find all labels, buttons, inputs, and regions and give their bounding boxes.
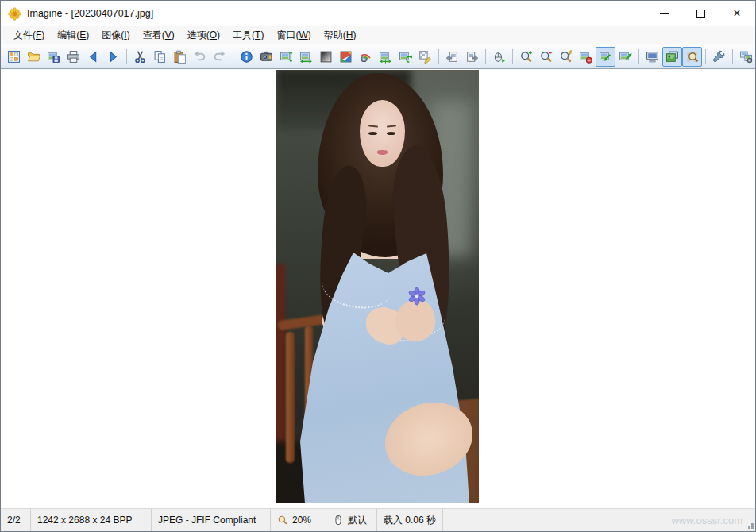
- zoom-out-button[interactable]: [536, 47, 556, 67]
- color-adjust-button[interactable]: [356, 47, 376, 67]
- status-zoom-level-text: 20%: [292, 515, 311, 526]
- app-window: Imagine - [20230407017.jpg] × 文件(F)编辑(E)…: [0, 0, 756, 532]
- jpeg-rotate-right-button[interactable]: [462, 47, 482, 67]
- cut-button[interactable]: [130, 47, 150, 67]
- canvas-size-button[interactable]: [296, 47, 316, 67]
- save-file-button[interactable]: [44, 47, 64, 67]
- print-icon: [67, 50, 80, 64]
- full-screen-button[interactable]: [642, 47, 662, 67]
- resize-image-button[interactable]: [276, 47, 296, 67]
- page-rotate-right-icon: [465, 50, 479, 64]
- close-icon: ×: [733, 7, 740, 20]
- cut-icon: [133, 50, 147, 64]
- menu-bar: 文件(F)编辑(E)图像(I)查看(V)选项(O)工具(T)窗口(W)帮助(H): [1, 26, 755, 44]
- mouse-pan-icon: [492, 50, 506, 64]
- undo-icon: [193, 50, 206, 64]
- shrink-to-fit-button[interactable]: [576, 47, 596, 67]
- grayscale-button[interactable]: [316, 47, 336, 67]
- high-quality-zoom-button[interactable]: [682, 47, 702, 67]
- menu-item-image[interactable]: 图像(I): [95, 26, 136, 44]
- blue-flower-icon: [407, 286, 426, 306]
- rotate-icon: [399, 50, 412, 64]
- menu-item-tools[interactable]: 工具(T): [226, 26, 270, 44]
- redo-icon: [213, 50, 226, 64]
- resize-grip[interactable]: [751, 526, 754, 529]
- zoom-flash-icon: [559, 50, 573, 64]
- zoom-out-icon: [539, 50, 553, 64]
- photo-blue-flower: [407, 286, 426, 306]
- resize-horizontal-icon: [299, 50, 313, 64]
- browse-button[interactable]: [4, 47, 24, 67]
- shrink-fit-icon: [579, 50, 592, 64]
- toolbar-separator: [512, 49, 513, 64]
- toolbar-separator: [705, 49, 706, 64]
- info-icon: [240, 50, 253, 64]
- app-flower-icon: [8, 7, 21, 21]
- toolbar-separator: [438, 49, 439, 64]
- menu-item-options[interactable]: 选项(O): [181, 26, 226, 44]
- status-zoom-level: 20%: [271, 509, 326, 531]
- next-arrow-icon: [106, 50, 120, 64]
- maximize-button[interactable]: [682, 1, 719, 26]
- menu-item-help[interactable]: 帮助(H): [318, 26, 363, 44]
- next-image-button[interactable]: [103, 47, 123, 67]
- print-button[interactable]: [64, 47, 83, 67]
- minimize-icon: [660, 13, 669, 14]
- toolbar-separator: [485, 49, 486, 64]
- copy-button[interactable]: [150, 47, 170, 67]
- open-file-button[interactable]: [24, 47, 44, 67]
- menu-item-view[interactable]: 查看(V): [137, 26, 181, 44]
- rotate-image-button[interactable]: [395, 47, 415, 67]
- fit-to-window-button[interactable]: [596, 47, 615, 67]
- zoom-in-button[interactable]: [516, 47, 536, 67]
- flip-image-button[interactable]: [376, 47, 395, 67]
- window-controls: ×: [646, 1, 755, 26]
- pan-mode-button[interactable]: [489, 47, 509, 67]
- rainbow-gear-icon: [359, 50, 372, 64]
- photo-woman-eye: [368, 132, 377, 135]
- toolbar-separator: [126, 49, 127, 64]
- pixel-pencil-icon: [418, 50, 432, 64]
- magnifier-icon: [277, 515, 288, 526]
- status-file-format-text: JPEG - JFIF Compliant: [158, 515, 256, 526]
- wrench-icon: [712, 50, 726, 64]
- undo-button: [190, 47, 210, 67]
- status-page-index-text: 2/2: [7, 515, 21, 526]
- color-depth-button[interactable]: [336, 47, 356, 67]
- previous-image-button[interactable]: [83, 47, 103, 67]
- paste-button[interactable]: [170, 47, 190, 67]
- redo-button: [210, 47, 230, 67]
- grayscale-icon: [319, 50, 333, 64]
- fit-window-icon: [599, 50, 612, 64]
- smooth-view-button[interactable]: [662, 47, 682, 67]
- tools-button[interactable]: [709, 47, 729, 67]
- batch-images-icon: [739, 50, 753, 64]
- status-file-format: JPEG - JFIF Compliant: [152, 509, 271, 531]
- menu-item-edit[interactable]: 编辑(E): [51, 26, 95, 44]
- status-page-index: 2/2: [1, 509, 31, 531]
- open-folder-icon: [27, 50, 40, 64]
- zoom-in-icon: [519, 50, 533, 64]
- pixel-edit-button[interactable]: [415, 47, 435, 67]
- image-info-button[interactable]: [237, 47, 256, 67]
- exif-info-button[interactable]: [256, 47, 276, 67]
- status-mouse-mode: 默认: [326, 509, 377, 531]
- page-rotate-left-icon: [446, 50, 459, 64]
- copy-icon: [153, 50, 167, 64]
- photo-background-strip: [276, 264, 285, 455]
- batch-convert-button[interactable]: [736, 47, 756, 67]
- smooth-images-icon: [665, 50, 679, 64]
- zoom-custom-button[interactable]: [556, 47, 576, 67]
- minimize-button[interactable]: [646, 1, 682, 26]
- color-palette-icon: [339, 50, 353, 64]
- actual-size-button[interactable]: [615, 47, 635, 67]
- menu-item-file[interactable]: 文件(F): [7, 26, 51, 44]
- resize-vertical-icon: [280, 50, 293, 64]
- prev-arrow-icon: [87, 50, 100, 64]
- menu-item-window[interactable]: 窗口(W): [270, 26, 317, 44]
- close-button[interactable]: ×: [719, 1, 755, 26]
- jpeg-rotate-left-button[interactable]: [442, 47, 462, 67]
- image-canvas[interactable]: [1, 69, 755, 508]
- status-bar: 2/21242 x 2688 x 24 BPPJPEG - JFIF Compl…: [1, 508, 755, 531]
- photo-woman-eye: [387, 132, 395, 135]
